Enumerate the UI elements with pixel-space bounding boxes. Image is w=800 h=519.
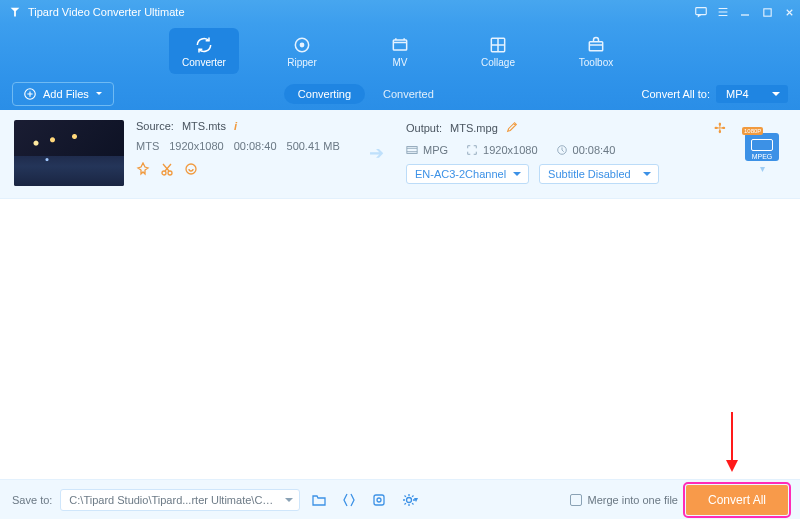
footer-bar: Save to: C:\Tipard Studio\Tipard...rter …: [0, 479, 800, 519]
tab-converter[interactable]: Converter: [169, 28, 239, 74]
titlebar: Tipard Video Converter Ultimate: [0, 0, 800, 24]
audio-track-select[interactable]: EN-AC3-2Channel: [406, 164, 529, 184]
open-folder-icon[interactable]: [308, 489, 330, 511]
duration-icon: [556, 144, 568, 156]
main-tabs: Converter Ripper MV Collage Toolbox: [0, 24, 800, 78]
tab-collage[interactable]: Collage: [463, 28, 533, 74]
format-chip-icon: MPEG: [745, 133, 779, 161]
source-codec: MTS: [136, 140, 159, 152]
tab-label: Collage: [481, 57, 515, 68]
source-label: Source:: [136, 120, 174, 132]
hardware-accel-icon[interactable]: [368, 489, 390, 511]
file-item: Source: MTS.mts i MTS 1920x1080 00:08:40…: [0, 110, 800, 199]
output-format-button[interactable]: MPEG ▾: [738, 133, 786, 174]
checkbox-icon: [570, 494, 582, 506]
enhance-icon[interactable]: [184, 162, 198, 176]
svg-point-3: [300, 43, 303, 46]
cut-icon[interactable]: [160, 162, 174, 176]
pin-icon[interactable]: [136, 162, 150, 176]
tab-label: Converter: [182, 57, 226, 68]
convert-all-format-select[interactable]: MP4: [716, 85, 788, 103]
video-thumbnail[interactable]: [14, 120, 124, 186]
tab-label: MV: [393, 57, 408, 68]
output-resolution: 1920x1080: [483, 144, 537, 156]
convert-all-to-label: Convert All to:: [642, 88, 710, 100]
tab-converting[interactable]: Converting: [284, 84, 365, 104]
rename-icon[interactable]: [506, 121, 518, 135]
merge-label: Merge into one file: [587, 494, 678, 506]
snapshot-icon[interactable]: [338, 489, 360, 511]
svg-rect-1: [763, 8, 770, 15]
svg-rect-13: [374, 495, 384, 505]
save-to-label: Save to:: [12, 494, 52, 506]
video-codec-icon: [406, 144, 418, 156]
add-files-button[interactable]: Add Files: [12, 82, 114, 106]
svg-rect-6: [589, 41, 602, 50]
source-duration: 00:08:40: [234, 140, 277, 152]
maximize-icon[interactable]: [756, 0, 778, 24]
minimize-icon[interactable]: [734, 0, 756, 24]
svg-point-10: [186, 164, 196, 174]
svg-point-15: [406, 497, 411, 502]
options-bar: Add Files Converting Converted Convert A…: [0, 78, 800, 110]
tab-label: Ripper: [287, 57, 316, 68]
svg-rect-0: [696, 8, 707, 15]
source-filename: MTS.mts: [182, 120, 226, 132]
resolution-icon: [466, 144, 478, 156]
chevron-down-icon: [95, 90, 103, 98]
feedback-icon[interactable]: [690, 0, 712, 24]
svg-point-8: [162, 171, 166, 175]
add-files-label: Add Files: [43, 88, 89, 100]
svg-rect-11: [407, 147, 417, 154]
output-duration: 00:08:40: [573, 144, 616, 156]
tab-toolbox[interactable]: Toolbox: [561, 28, 631, 74]
arrow-icon: ➔: [358, 142, 394, 164]
svg-point-14: [377, 498, 381, 502]
menu-icon[interactable]: [712, 0, 734, 24]
save-path-select[interactable]: C:\Tipard Studio\Tipard...rter Ultimate\…: [60, 489, 300, 511]
tab-mv[interactable]: MV: [365, 28, 435, 74]
output-codec: MPG: [423, 144, 448, 156]
settings-icon[interactable]: ▾: [398, 489, 420, 511]
info-icon[interactable]: i: [234, 120, 237, 132]
svg-point-9: [168, 171, 172, 175]
tab-converted[interactable]: Converted: [383, 88, 434, 100]
subtitle-select[interactable]: Subtitle Disabled: [539, 164, 659, 184]
app-logo-icon: [8, 5, 22, 19]
source-resolution: 1920x1080: [169, 140, 223, 152]
merge-checkbox[interactable]: Merge into one file: [570, 494, 678, 506]
convert-all-button[interactable]: Convert All: [686, 485, 788, 515]
close-icon[interactable]: [778, 0, 800, 24]
output-filename: MTS.mpg: [450, 122, 498, 134]
svg-rect-4: [393, 40, 406, 50]
expand-icon[interactable]: ✢: [714, 120, 726, 136]
chevron-down-icon: ▾: [760, 163, 765, 174]
plus-circle-icon: [23, 87, 37, 101]
tab-label: Toolbox: [579, 57, 613, 68]
app-title: Tipard Video Converter Ultimate: [28, 6, 185, 18]
tab-ripper[interactable]: Ripper: [267, 28, 337, 74]
content-area: Source: MTS.mts i MTS 1920x1080 00:08:40…: [0, 110, 800, 479]
source-size: 500.41 MB: [287, 140, 340, 152]
output-label: Output:: [406, 122, 442, 134]
